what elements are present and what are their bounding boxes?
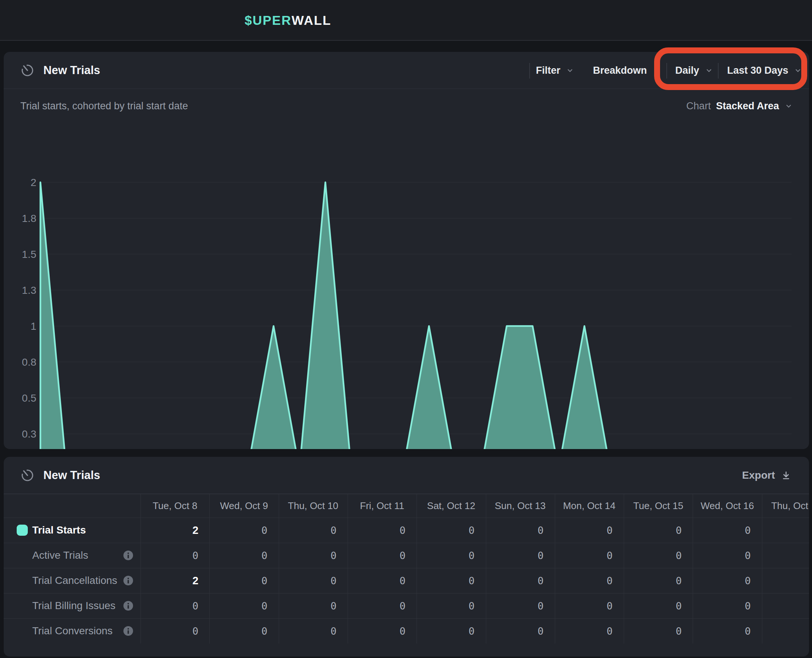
table-column-header: Fri, Oct 11: [348, 494, 417, 518]
table-cell: 0: [486, 568, 555, 593]
info-icon[interactable]: [123, 568, 134, 593]
table-cell: 0: [279, 543, 348, 568]
row-label-text: Trial Billing Issues: [32, 600, 116, 612]
table-cell: 0: [279, 518, 348, 543]
table-cell: 0: [417, 618, 486, 644]
table-cell: 0: [693, 618, 762, 644]
chart-subtitle: Trial starts, cohorted by trial start da…: [20, 89, 188, 123]
table-cell: 0: [693, 568, 762, 593]
filter-dropdown[interactable]: Filter: [536, 52, 574, 89]
y-axis-tick-label: 0.3: [22, 428, 36, 440]
row-label-text: Trial Starts: [32, 524, 86, 536]
table-row-label: Trial Conversions: [4, 618, 141, 644]
header-divider: [718, 63, 719, 78]
table-cell: 0: [348, 593, 417, 618]
superwall-dashboard: $UPERWALL New Trials Filter Breakdown: [0, 0, 812, 658]
breakdown-dropdown[interactable]: Breakdown: [593, 52, 661, 89]
date-range-dropdown[interactable]: Last 30 Days: [727, 52, 803, 89]
table-column-header: Wed, Oct 16: [693, 494, 762, 518]
timer-icon: [20, 63, 34, 78]
logo-rest: WALL: [292, 13, 331, 28]
chevron-down-icon: [652, 66, 661, 75]
table-cell: 2: [141, 518, 209, 543]
table-cell: 2: [141, 568, 209, 593]
chevron-down-icon: [704, 66, 713, 75]
table-panel-header: New Trials Export: [4, 457, 809, 494]
table-column-header: Thu, Oct 17: [762, 494, 809, 518]
granularity-label: Daily: [675, 65, 699, 76]
table-cell: 0: [624, 518, 693, 543]
table-cell: 0: [624, 593, 693, 618]
table-cell: 0: [141, 593, 209, 618]
table-column-header: Mon, Oct 14: [555, 494, 624, 518]
download-icon: [781, 470, 791, 481]
table-cell: 0: [624, 618, 693, 644]
chart-panel-header: New Trials Filter Breakdown Daily Last 3…: [4, 52, 809, 89]
table-column-header: Sat, Oct 12: [417, 494, 486, 518]
table-cell: 0: [209, 568, 278, 593]
table-panel-title: New Trials: [43, 469, 100, 482]
row-label-text: Active Trials: [32, 550, 88, 561]
table-row-label: Trial Cancellations: [4, 568, 141, 593]
y-axis-tick-label: 2: [30, 177, 36, 188]
filter-label: Filter: [536, 65, 560, 76]
table-column-header: Wed, Oct 9: [209, 494, 278, 518]
export-label: Export: [742, 469, 775, 481]
timer-icon: [20, 468, 34, 483]
trials-data-table: Tue, Oct 8Wed, Oct 9Thu, Oct 10Fri, Oct …: [4, 494, 809, 644]
table-row-label: Trial Billing Issues: [4, 593, 141, 618]
table-cell: 0: [624, 568, 693, 593]
table-cell: 0: [348, 618, 417, 644]
table-cell: 0: [486, 518, 555, 543]
table-cell: 0: [555, 568, 624, 593]
table-cell: 0: [555, 593, 624, 618]
table-cell: 0: [417, 568, 486, 593]
table-cell: 0: [486, 593, 555, 618]
table-cell: 0: [348, 568, 417, 593]
row-label-text: Trial Cancellations: [32, 575, 117, 586]
table-cell: 0: [279, 593, 348, 618]
table-cell: 0: [417, 518, 486, 543]
table-cell: 0: [141, 618, 209, 644]
y-axis-tick-label: 0.5: [22, 392, 36, 404]
table-row-label: Active Trials: [4, 543, 141, 568]
table-column-header: Sun, Oct 13: [486, 494, 555, 518]
top-navigation-bar: $UPERWALL: [0, 0, 812, 41]
y-axis-tick-label: 1.3: [22, 285, 36, 296]
table-cell: 0: [417, 543, 486, 568]
breakdown-label: Breakdown: [593, 65, 647, 76]
table-row-label: Trial Starts: [4, 518, 141, 543]
table-column-header: Tue, Oct 15: [624, 494, 693, 518]
row-label-text: Trial Conversions: [32, 625, 113, 637]
table-cell: 0: [348, 543, 417, 568]
table-column-header: Tue, Oct 8: [141, 494, 209, 518]
chart-type-dropdown[interactable]: Chart Stacked Area: [687, 89, 793, 123]
table-cell: 0: [555, 543, 624, 568]
superwall-logo[interactable]: $UPERWALL: [245, 0, 331, 41]
chart-panel-title: New Trials: [43, 64, 100, 77]
logo-accent: $UPER: [245, 13, 292, 28]
table-cell: 0: [693, 518, 762, 543]
y-axis-tick-label: 0.8: [22, 356, 36, 368]
header-divider: [666, 63, 667, 78]
info-icon[interactable]: [123, 543, 134, 568]
chart-type-label: Chart: [687, 100, 711, 112]
info-icon[interactable]: [123, 618, 134, 644]
table-cell: 0: [417, 593, 486, 618]
table-cell: 0: [209, 543, 278, 568]
series-color-swatch: [17, 525, 28, 536]
table-cell: 0: [555, 518, 624, 543]
table-cell: 0: [209, 593, 278, 618]
y-axis-tick-label: 1: [30, 321, 36, 332]
table-cell: 0: [348, 518, 417, 543]
date-range-label: Last 30 Days: [727, 65, 788, 76]
y-axis-tick-label: 1.8: [22, 213, 36, 224]
granularity-dropdown[interactable]: Daily: [675, 52, 713, 89]
area-fill: [41, 182, 792, 449]
chart-subrow: Trial starts, cohorted by trial start da…: [4, 89, 809, 123]
y-axis-tick-label: 1.5: [22, 249, 36, 260]
table-cell: 0: [486, 618, 555, 644]
new-trials-chart-panel: New Trials Filter Breakdown Daily Last 3…: [4, 52, 809, 449]
export-button[interactable]: Export: [742, 457, 791, 494]
info-icon[interactable]: [123, 593, 134, 618]
